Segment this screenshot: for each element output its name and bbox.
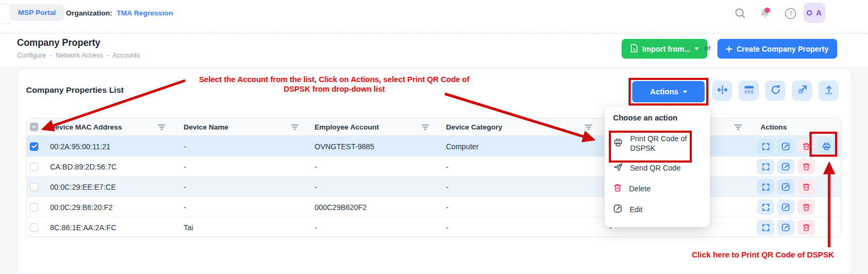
columns-button[interactable] — [739, 80, 759, 101]
column-resize-button[interactable] — [712, 80, 732, 101]
edit-row-icon[interactable] — [777, 179, 795, 195]
row-checkbox[interactable] — [30, 163, 38, 171]
dropdown-title: Choose an action — [613, 114, 701, 122]
company-properties-card: Company Properties List Select the Accou… — [17, 68, 852, 274]
organization-label: Organization: — [66, 9, 112, 17]
actions-dropdown-button[interactable]: Actions — [632, 81, 705, 102]
expand-row-icon[interactable] — [757, 139, 774, 154]
table-row[interactable]: 8C:86:1E:AA:2A:FC Tai - - - — [27, 217, 841, 237]
upload-button[interactable] — [819, 80, 839, 101]
edit-row-icon[interactable] — [777, 139, 795, 154]
breadcrumb-item-configure[interactable]: Configure — [17, 52, 46, 59]
cell-category: - — [443, 163, 599, 171]
create-company-property-button[interactable]: Create Company Property — [717, 39, 837, 59]
col-resize-icon — [717, 84, 728, 98]
refresh-button[interactable] — [765, 80, 786, 101]
cell-mac: CA:BD:89:2D:56:7C — [47, 163, 180, 171]
dropdown-item-delete[interactable]: Delete — [613, 178, 701, 199]
expand-row-icon[interactable] — [757, 199, 774, 215]
columns-icon — [743, 84, 755, 98]
filter-icon[interactable] — [158, 124, 166, 130]
list-title: Company Properties List — [26, 85, 123, 95]
delete-row-icon[interactable] — [797, 220, 815, 235]
annotation-click-here-text: Click here to Print QR Code of DSPSK — [692, 251, 857, 259]
row-checkbox-checked[interactable] — [30, 142, 38, 151]
cell-category: - — [443, 183, 599, 191]
filter-icon[interactable] — [585, 124, 592, 130]
table-row[interactable]: 00:0C:29:EE:E7:CE - - - - — [27, 176, 841, 197]
row-checkbox[interactable] — [30, 183, 38, 191]
cell-name: - — [180, 163, 311, 171]
organization: Organization: TMA Regression — [66, 0, 173, 26]
search-icon[interactable] — [733, 6, 747, 20]
cell-mac: 00:0C:29:EE:E7:CE — [47, 183, 180, 191]
avatar[interactable]: O A — [804, 3, 825, 23]
send-icon — [613, 162, 623, 174]
breadcrumb-item-accounts[interactable]: Accounts — [112, 52, 139, 59]
cell-mac: 8C:86:1E:AA:2A:FC — [47, 223, 180, 232]
cell-name: Tai — [180, 223, 311, 232]
arrow-up-right-icon — [797, 84, 808, 98]
import-from-button[interactable]: x Import from... — [622, 39, 707, 59]
company-properties-table: Device MAC Address Device Name Employee … — [26, 118, 841, 237]
expand-row-icon[interactable] — [757, 159, 774, 174]
edit-row-icon[interactable] — [777, 159, 795, 174]
open-in-new-button[interactable] — [792, 80, 812, 101]
refresh-icon — [770, 84, 781, 98]
filter-icon[interactable] — [421, 124, 429, 130]
table-row[interactable]: CA:BD:89:2D:56:7C - - - - — [27, 156, 841, 176]
trash-icon — [613, 183, 622, 194]
row-checkbox[interactable] — [30, 223, 38, 232]
cell-mac: 00:0C:29:B6:20:F2 — [47, 203, 180, 212]
breadcrumb: Configure - Network Access - Accounts — [17, 52, 140, 59]
organization-link[interactable]: TMA Regression — [117, 9, 173, 17]
cell-category: Computer — [443, 142, 599, 151]
delete-row-icon[interactable] — [797, 179, 815, 195]
edit-row-icon[interactable] — [777, 199, 795, 215]
annotation-instruction-text: Select the Account from the list, Click … — [193, 75, 475, 94]
caret-down-icon — [683, 91, 687, 93]
upload-arrow-icon — [823, 84, 834, 98]
cell-category: - — [443, 203, 599, 212]
header-employee-account: Employee Account — [315, 123, 379, 131]
table-row[interactable]: 00:2A:95:00:11:21 - OVNGTEST-9885 Comput… — [27, 136, 841, 156]
cell-name: - — [180, 203, 311, 212]
select-all-checkbox[interactable] — [30, 123, 38, 131]
delete-row-icon[interactable] — [797, 199, 815, 215]
cell-category: - — [443, 223, 599, 232]
edit-row-icon[interactable] — [777, 220, 795, 235]
cell-account: - — [311, 163, 443, 171]
filter-icon[interactable] — [291, 124, 299, 130]
caret-down-icon — [695, 47, 699, 50]
breadcrumb-separator: - — [106, 52, 109, 59]
dropdown-item-edit[interactable]: Edit — [613, 199, 701, 220]
filter-icon[interactable] — [734, 124, 742, 130]
help-icon[interactable]: ? — [783, 6, 797, 20]
expand-row-icon[interactable] — [757, 179, 774, 195]
header-device-category: Device Category — [446, 123, 502, 131]
header-actions: Actions — [760, 123, 787, 131]
actions-dropdown-menu: Choose an action Print QR Code of DSPSK … — [605, 107, 710, 227]
row-checkbox[interactable] — [30, 203, 38, 212]
cell-mac: 00:2A:95:00:11:21 — [47, 142, 180, 151]
cell-account: - — [311, 183, 443, 191]
delete-row-icon[interactable] — [797, 159, 815, 174]
table-header-row: Device MAC Address Device Name Employee … — [27, 118, 841, 136]
table-row[interactable]: 00:0C:29:B6:20:F2 - 000C29B620F2 - - — [27, 197, 841, 217]
topbar: MSP Portal Organization: TMA Regression … — [0, 0, 868, 33]
breadcrumb-separator: - — [49, 52, 52, 59]
header-device-mac: Device MAC Address — [50, 123, 122, 131]
page-title: Company Property — [17, 37, 101, 49]
header-device-name: Device Name — [184, 123, 228, 131]
cell-account: OVNGTEST-9885 — [311, 142, 443, 151]
notifications-bell-icon[interactable] — [758, 6, 772, 20]
cell-account: 000C29B620F2 — [311, 203, 443, 212]
breadcrumb-item-network-access[interactable]: Network Access — [55, 52, 103, 59]
annotation-box-actions-button: Actions — [629, 78, 708, 106]
page-header: Company Property Configure - Network Acc… — [0, 33, 868, 67]
expand-row-icon[interactable] — [757, 220, 774, 235]
svg-text:x: x — [633, 46, 635, 51]
svg-text:?: ? — [789, 10, 792, 18]
msp-portal-button[interactable]: MSP Portal — [10, 4, 64, 21]
msp-portal-label: MSP Portal — [18, 9, 56, 17]
